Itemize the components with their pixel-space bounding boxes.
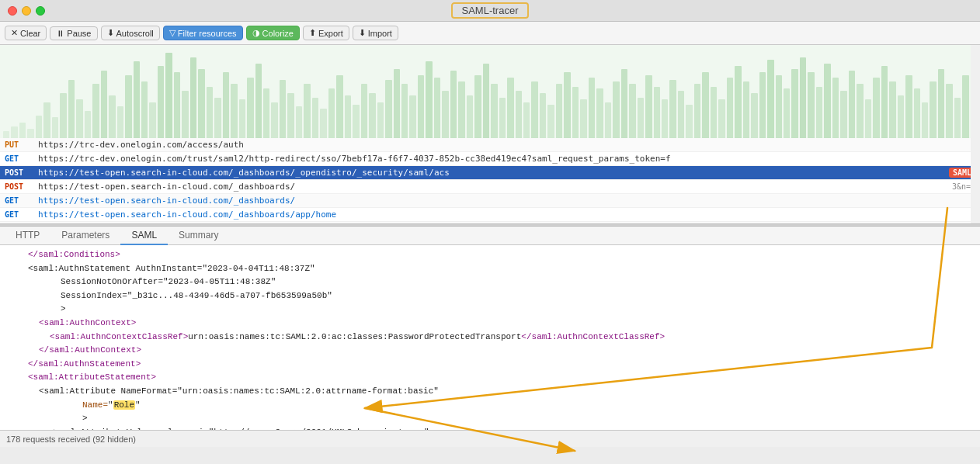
heatmap-bar — [312, 98, 318, 138]
import-icon: ⬇ — [359, 28, 366, 38]
request-url-label: https://trc-dev.onelogin.com/access/auth — [38, 140, 975, 150]
heatmap-bar — [287, 93, 294, 138]
xml-line: <saml:Attribute NameFormat="urn:oasis:na… — [6, 385, 974, 399]
heatmap-bar — [946, 84, 952, 138]
heatmap-bar — [711, 87, 717, 138]
filter-resources-button[interactable]: ▽ Filter resources — [163, 26, 243, 40]
heatmap-bar — [467, 95, 473, 138]
autoscroll-button[interactable]: ⬇ Autoscroll — [101, 26, 160, 40]
heatmap-bar — [645, 75, 652, 138]
heatmap-bar — [605, 102, 611, 138]
heatmap-bar — [361, 84, 367, 138]
heatmap-bar — [735, 66, 741, 138]
heatmap-bar — [385, 80, 391, 138]
heatmap-bar — [418, 75, 424, 138]
heatmap-bar — [654, 87, 660, 138]
request-row[interactable]: POSThttps://test-open.search-in-cloud.co… — [0, 180, 980, 194]
status-text: 178 requests received (92 hidden) — [6, 435, 136, 444]
statusbar: 178 requests received (92 hidden) — [0, 430, 980, 447]
heatmap-bar — [922, 102, 928, 138]
heatmap-bar — [629, 84, 635, 138]
export-button[interactable]: ⬆ Export — [303, 26, 349, 40]
heatmap-bar — [336, 75, 342, 138]
heatmap-bar — [401, 84, 408, 138]
toolbar: ✕ Clear ⏸ Pause ⬇ Autoscroll ▽ Filter re… — [0, 22, 980, 45]
heatmap-bar — [231, 84, 237, 138]
heatmap-bar — [784, 88, 790, 138]
heatmap-bar — [499, 98, 506, 138]
titlebar: SAML-tracer — [0, 0, 980, 22]
xml-line: </saml:AuthnStatement> — [6, 358, 974, 372]
xml-line: Name="Role" — [6, 399, 974, 413]
request-method-label: PUT — [5, 140, 32, 149]
heatmap-bar — [840, 91, 846, 138]
heatmap-bar — [296, 106, 302, 138]
request-row[interactable]: GEThttps://test-open.search-in-cloud.com… — [0, 194, 980, 208]
heatmap-bar — [540, 93, 546, 138]
heatmap-bar — [198, 69, 204, 138]
detail-tab-summary[interactable]: Summary — [168, 227, 229, 245]
colorize-button[interactable]: ◑ Colorize — [246, 26, 300, 40]
xml-line: <saml:AuthnContextClassRef>urn:oasis:nam… — [6, 331, 974, 345]
window-title: SAML-tracer — [451, 2, 530, 19]
detail-tab-http[interactable]: HTTP — [5, 227, 50, 245]
scrollbar[interactable] — [971, 45, 980, 223]
request-method-label: GET — [5, 196, 32, 205]
request-row[interactable]: GEThttps://trc-dev.onelogin.com/trust/sa… — [0, 152, 980, 166]
heatmap-bar — [353, 105, 359, 138]
request-url-label: https://test-open.search-in-cloud.com/_d… — [38, 209, 975, 220]
autoscroll-icon: ⬇ — [107, 28, 114, 38]
detail-panel: HTTPParametersSAMLSummary </saml:Conditi… — [0, 227, 980, 447]
request-row[interactable]: PUThttps://trc-dev.onelogin.com/access/a… — [0, 138, 980, 152]
heatmap-bar — [409, 95, 415, 138]
heatmap-bar — [743, 81, 749, 138]
minimize-button[interactable] — [22, 6, 31, 16]
heatmap-bar — [304, 84, 310, 138]
heatmap-bar — [141, 81, 148, 138]
clear-icon: ✕ — [11, 28, 18, 38]
heatmap-bar — [727, 78, 733, 138]
import-button[interactable]: ⬇ Import — [353, 26, 398, 40]
request-list: PUThttps://trc-dev.onelogin.com/access/a… — [0, 138, 980, 223]
heatmap-bar — [165, 53, 172, 138]
heatmap-bar — [68, 80, 75, 138]
heatmap-bar — [516, 91, 522, 138]
clear-button[interactable]: ✕ Clear — [5, 26, 47, 40]
heatmap-bar — [85, 111, 91, 138]
heatmap-bar — [507, 78, 513, 138]
heatmap-bars — [0, 45, 980, 138]
heatmap-bar — [572, 87, 579, 138]
heatmap-bar — [556, 84, 562, 138]
detail-tab-parameters[interactable]: Parameters — [50, 227, 120, 245]
request-row[interactable]: POSThttps://test-open.search-in-cloud.co… — [0, 166, 980, 180]
heatmap-bar — [328, 88, 335, 138]
request-method-label: GET — [5, 154, 32, 163]
detail-tabs: HTTPParametersSAMLSummary — [0, 227, 980, 245]
heatmap-bar — [101, 71, 107, 138]
heatmap-bar — [523, 102, 530, 138]
request-row[interactable]: GEThttps://test-open.search-in-cloud.com… — [0, 208, 980, 222]
heatmap-bar — [19, 123, 26, 138]
heatmap-bar — [320, 109, 326, 138]
heatmap-bar — [223, 72, 229, 138]
heatmap-bar — [531, 81, 537, 138]
heatmap-bar — [263, 88, 269, 138]
detail-tab-saml[interactable]: SAML — [120, 227, 168, 245]
heatmap-bar — [345, 95, 351, 138]
heatmap-bar — [596, 88, 603, 138]
heatmap — [0, 45, 980, 138]
heatmap-bar — [686, 105, 692, 138]
close-button[interactable] — [8, 6, 17, 16]
pause-button[interactable]: ⏸ Pause — [50, 26, 97, 40]
request-url-label: https://test-open.search-in-cloud.com/_d… — [38, 168, 943, 178]
heatmap-bar — [865, 99, 871, 138]
request-row[interactable]: GEThttps://test-open.search-in-cloud.com… — [0, 222, 980, 223]
heatmap-bar — [271, 102, 277, 138]
heatmap-bar — [808, 72, 814, 138]
heatmap-bar — [914, 88, 920, 138]
heatmap-bar — [149, 102, 155, 138]
heatmap-bar — [832, 78, 839, 138]
maximize-button[interactable] — [36, 6, 45, 16]
heatmap-bar — [76, 99, 82, 138]
heatmap-bar — [678, 91, 684, 138]
